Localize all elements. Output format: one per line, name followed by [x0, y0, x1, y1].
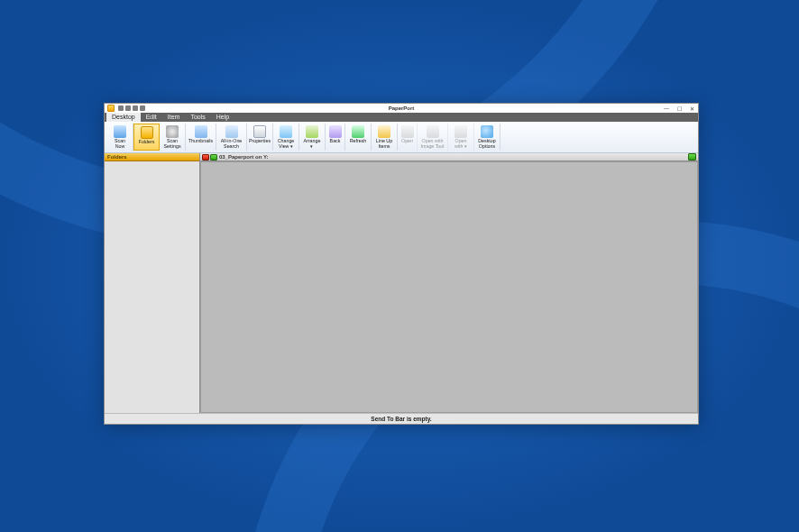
- ribbon-properties[interactable]: Properties: [247, 124, 273, 151]
- scan-now-label: ScanNow: [114, 139, 126, 149]
- scan-settings-icon: [166, 125, 179, 138]
- status-bar: Send To Bar is empty.: [105, 413, 698, 424]
- minimize-button[interactable]: —: [660, 104, 673, 113]
- all-in-one-label: All-in-OneSearch: [220, 139, 243, 149]
- thumbnails-icon: [195, 125, 207, 138]
- status-message: Send To Bar is empty.: [371, 416, 431, 422]
- main-panel: 03_Paperport on Y:: [200, 153, 698, 413]
- refresh-icon: [352, 125, 364, 138]
- menu-desktop[interactable]: Desktop: [106, 113, 141, 122]
- app-icon: [107, 105, 115, 112]
- qat-dropdown-icon[interactable]: [140, 105, 145, 111]
- desktop-options-icon: [481, 125, 493, 138]
- ribbon-desktop-options[interactable]: DesktopOptions: [474, 124, 501, 151]
- breadcrumb-bar: 03_Paperport on Y:: [200, 153, 698, 161]
- menu-tools[interactable]: Tools: [185, 113, 210, 122]
- ribbon-open: Open: [398, 124, 418, 151]
- all-in-one-icon: [225, 125, 238, 138]
- back-label: Back: [329, 139, 342, 144]
- open-image-label: Open withImage Tool: [420, 139, 445, 149]
- folders-label: Folders: [138, 140, 156, 145]
- qat-icon[interactable]: [133, 105, 138, 111]
- folder-tree[interactable]: [105, 161, 199, 413]
- line-up-items-icon: [378, 125, 390, 138]
- breadcrumb-nav-icon[interactable]: [210, 154, 217, 161]
- content-area: Folders 03_Paperport on Y:: [105, 153, 698, 413]
- open-icon: [401, 125, 414, 138]
- open-label: Open: [400, 139, 414, 144]
- properties-label: Properties: [248, 139, 271, 144]
- ribbon-back[interactable]: Back: [326, 124, 345, 151]
- arrange-icon: [306, 125, 318, 138]
- ribbon-toolbar: ScanNowFoldersScanSettingsThumbnailsAll-…: [105, 122, 698, 153]
- scan-now-icon: [114, 125, 126, 138]
- quick-access-toolbar: [118, 105, 145, 111]
- ribbon-open-image: Open withImage Tool: [418, 124, 448, 151]
- menu-help[interactable]: Help: [211, 113, 234, 122]
- ribbon-arrange[interactable]: Arrange▾: [299, 124, 326, 151]
- breadcrumb-path: 03_Paperport on Y:: [219, 154, 268, 160]
- scan-settings-label: ScanSettings: [162, 139, 181, 149]
- ribbon-line-up-items[interactable]: Line UpItems: [372, 124, 398, 151]
- ribbon-folders[interactable]: Folders: [133, 124, 160, 151]
- ribbon-scan-now[interactable]: ScanNow: [107, 124, 133, 151]
- open-with-icon: [455, 125, 467, 138]
- folders-icon: [141, 126, 153, 139]
- breadcrumb-forward-icon[interactable]: [688, 153, 696, 161]
- desktop-options-label: DesktopOptions: [477, 139, 496, 149]
- ribbon-thumbnails[interactable]: Thumbnails: [186, 124, 216, 151]
- open-with-label: Openwith ▾: [454, 139, 468, 149]
- ribbon-open-with: Openwith ▾: [448, 124, 474, 151]
- arrange-label: Arrange▾: [303, 139, 322, 149]
- qat-icon[interactable]: [118, 105, 124, 111]
- ribbon-scan-settings[interactable]: ScanSettings: [160, 124, 186, 151]
- menu-bar: DesktopEditItemToolsHelp: [105, 113, 698, 122]
- open-image-icon: [427, 125, 439, 138]
- ribbon-change-view[interactable]: ChangeView ▾: [273, 124, 299, 151]
- ribbon-refresh[interactable]: Refresh: [345, 124, 372, 151]
- title-bar: PaperPort — ☐ ✕: [105, 104, 698, 113]
- sidebar-heading: Folders: [105, 153, 199, 161]
- back-icon: [329, 125, 342, 138]
- line-up-items-label: Line UpItems: [375, 139, 393, 149]
- menu-edit[interactable]: Edit: [141, 113, 162, 122]
- change-view-label: ChangeView ▾: [277, 139, 296, 149]
- thumbnails-label: Thumbnails: [188, 139, 214, 144]
- ribbon-all-in-one[interactable]: All-in-OneSearch: [216, 124, 247, 151]
- breadcrumb-pdf-icon[interactable]: [202, 154, 209, 161]
- close-button[interactable]: ✕: [685, 104, 698, 113]
- maximize-button[interactable]: ☐: [673, 104, 685, 113]
- app-window: PaperPort — ☐ ✕ DesktopEditItemToolsHelp…: [104, 103, 699, 425]
- qat-icon[interactable]: [125, 105, 131, 111]
- menu-item[interactable]: Item: [162, 113, 186, 122]
- properties-icon: [253, 125, 266, 138]
- refresh-label: Refresh: [349, 139, 368, 144]
- folder-view[interactable]: [200, 161, 698, 413]
- change-view-icon: [280, 125, 292, 138]
- window-title: PaperPort: [389, 105, 415, 111]
- folders-sidebar: Folders: [105, 153, 200, 413]
